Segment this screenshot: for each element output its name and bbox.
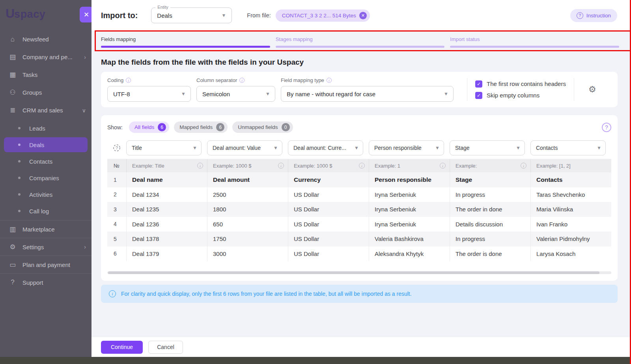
sidebar-subitem[interactable]: Deals [4, 137, 88, 152]
table-cell: 3000 [207, 246, 288, 261]
step[interactable]: Import status [450, 36, 619, 51]
table-cell: 650 [207, 217, 288, 232]
bullet-icon [18, 193, 21, 196]
row-number: 6 [107, 250, 126, 257]
table-cell: US Dollar [288, 187, 369, 202]
modal-header: Import to: Entity Deals ▼ From file: CON… [91, 0, 631, 31]
entity-select[interactable]: Entity Deals ▼ [151, 7, 232, 23]
sidebar-item[interactable]: ▥ Marketplace [0, 220, 91, 238]
step-progress-bar [450, 46, 619, 48]
example-cell: Example: 1 [369, 159, 450, 172]
newsfeed-home-icon: ⌂ [8, 35, 17, 43]
table-row: 6 Deal 1379 3000 US Dollar Aleksandra Kh… [107, 246, 611, 261]
sidebar-item[interactable]: ≣ CRM and sales ∨ [0, 101, 91, 119]
chevron-down-icon: ▼ [273, 145, 278, 151]
step[interactable]: Fields mapping [101, 36, 270, 51]
table-cell: Taras Shevchenko [530, 187, 611, 202]
first-row-headers-checkbox[interactable]: ✓ The first row contains headers [475, 80, 566, 88]
chevron-down-icon: ▼ [181, 91, 186, 97]
mapping-type-select[interactable]: By name - without regard for case ▼ [281, 86, 454, 102]
table-cell: Valeria Bashkirova [369, 231, 450, 246]
chevron-down-icon: ▼ [354, 145, 359, 151]
mapping-status-cell: ? [107, 144, 126, 152]
svg-text:?: ? [116, 146, 118, 150]
sidebar-subitem-label: Leads [29, 125, 45, 132]
coding-select[interactable]: UTF-8 ▼ [107, 86, 191, 102]
sidebar-item[interactable]: ▤ Company and pe... › [0, 48, 91, 66]
sidebar-item[interactable]: ▦ Tasks [0, 66, 91, 84]
section-title: Map the fields from the file with the fi… [101, 58, 618, 67]
filter-chip-label: All fields [134, 124, 154, 130]
import-settings-card: Codingi UTF-8 ▼ Column separatori Semico… [101, 72, 618, 107]
table-cell: 1750 [207, 231, 288, 246]
skip-empty-columns-checkbox[interactable]: ✓ Skip empty columns [475, 92, 566, 99]
table-cell: Aleksandra Khytyk [369, 246, 450, 261]
table-cell: Deal name [126, 172, 207, 187]
cancel-button[interactable]: Cancel [148, 341, 183, 354]
field-mapping-select[interactable]: Deal amount: Value ▼ [207, 140, 282, 155]
row-number: 2 [107, 191, 126, 198]
filter-chip-count: 6 [158, 123, 166, 131]
table-cell: Iryna Serbeniuk [369, 187, 450, 202]
sidebar-item[interactable]: ▭ Plan and payment [0, 256, 91, 273]
sidebar-item[interactable]: ? Support [0, 273, 91, 291]
sidebar-subitem[interactable]: Contacts [4, 154, 88, 169]
sidebar-item-label: Tasks [22, 71, 86, 78]
field-mapping-select[interactable]: Contacts ▼ [530, 140, 606, 155]
help-icon[interactable]: ? [602, 123, 611, 132]
separator-select[interactable]: Semicolon ▼ [196, 86, 275, 102]
table-cell: US Dollar [288, 217, 369, 232]
checkbox-checked-icon: ✓ [475, 80, 482, 88]
table-cell: Details discussion [450, 217, 530, 232]
close-modal-button[interactable]: ✕ [80, 7, 93, 22]
plan-payment-wallet-icon: ▭ [8, 261, 17, 269]
filter-chip[interactable]: Mapped fields 6 [174, 121, 228, 133]
scrollbar-thumb[interactable] [108, 271, 599, 274]
table-cell: Maria Vilinska [530, 202, 611, 217]
field-mapping-select[interactable]: Deal amount: Curre... ▼ [288, 140, 363, 155]
example-row: № Example: Title Example: 1000 $ Example… [107, 159, 611, 172]
sidebar-subitem[interactable]: Companies [4, 170, 88, 185]
settings-gear-icon: ⚙ [8, 243, 17, 251]
chevron-down-icon: ▼ [435, 145, 440, 151]
step[interactable]: Stages mapping [276, 36, 445, 51]
example-cell: Example: [450, 159, 530, 172]
bullet-icon [18, 210, 21, 212]
table-row: 5 Deal 1378 1750 US Dollar Valeria Bashk… [107, 231, 611, 246]
example-cell: Example: 1000 $ [207, 159, 288, 172]
sidebar-subitem[interactable]: Call log [4, 203, 88, 218]
sidebar-item-label: Groups [22, 89, 86, 96]
continue-button[interactable]: Continue [101, 341, 143, 354]
filter-chip-label: Mapped fields [179, 124, 213, 130]
horizontal-scrollbar[interactable] [107, 271, 611, 274]
instruction-button[interactable]: ? Instruction [570, 9, 617, 22]
divider [574, 78, 574, 101]
sidebar: Uspacy ⌂ Newsfeed ▤ Company and pe... › … [0, 0, 91, 357]
remove-file-icon[interactable]: ✕ [359, 12, 367, 19]
field-mapping-select[interactable]: Title ▼ [126, 140, 202, 155]
filter-chip[interactable]: Unmapped fields 0 [232, 121, 293, 133]
table-cell: Person responsible [369, 172, 450, 187]
sidebar-subitem-label: Contacts [29, 158, 52, 165]
sidebar-item-label: Plan and payment [22, 261, 86, 268]
sidebar-subitem[interactable]: Leads [4, 121, 88, 136]
table-row: 3 Deal 1235 1800 US Dollar Iryna Serbeni… [107, 202, 611, 217]
info-icon: i [239, 78, 245, 83]
step-label: Import status [450, 36, 619, 42]
sidebar-subitem[interactable]: Activities [4, 187, 88, 202]
filter-chip[interactable]: All fields 6 [129, 121, 169, 133]
table-cell: US Dollar [288, 202, 369, 217]
sidebar-item[interactable]: ⌂ Newsfeed [0, 30, 91, 48]
sidebar-subitem-label: Call log [29, 208, 49, 215]
field-mapping-select[interactable]: Person responsible ▼ [369, 140, 444, 155]
crm-sales-icon: ≣ [8, 106, 17, 114]
sidebar-item[interactable]: ⚙ Settings › [0, 238, 91, 256]
row-number: 5 [107, 236, 126, 242]
crm-subnav: Leads Deals Contacts Companies [0, 121, 91, 218]
sidebar-item[interactable]: ⚇ Groups [0, 84, 91, 101]
question-icon: ? [577, 12, 583, 19]
info-icon: i [126, 78, 131, 83]
advanced-settings-button[interactable]: ⚙ [588, 84, 596, 95]
filter-chip-count: 0 [282, 123, 290, 131]
field-mapping-select[interactable]: Stage ▼ [450, 140, 525, 155]
